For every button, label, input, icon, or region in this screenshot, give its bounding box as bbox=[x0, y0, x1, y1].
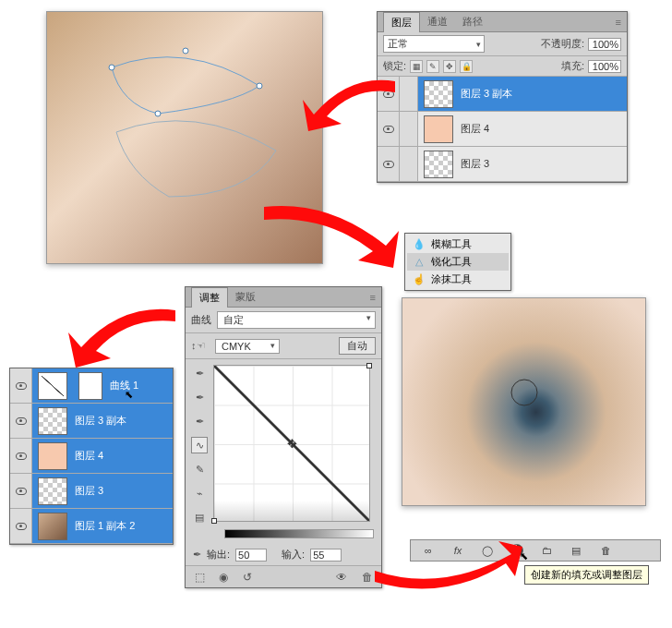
eyedropper-icon[interactable]: ✒ bbox=[193, 549, 201, 561]
blur-icon: 💧 bbox=[413, 238, 426, 250]
tab-paths[interactable]: 路径 bbox=[455, 12, 490, 31]
visibility-icon[interactable] bbox=[16, 382, 27, 390]
tool-flyout: 💧 模糊工具 △ 锐化工具 ☝ 涂抹工具 bbox=[404, 233, 511, 291]
view-prev-icon[interactable]: ◉ bbox=[215, 570, 232, 585]
visibility-icon[interactable] bbox=[383, 161, 394, 168]
lock-paint-icon[interactable]: ✎ bbox=[426, 60, 439, 73]
eyedropper-white-icon[interactable]: ✒ bbox=[191, 413, 208, 429]
layers-footer-bar: ∞ fx ◯ 🗀 ▤ 🗑 bbox=[410, 539, 661, 562]
tooltip: 创建新的填充或调整图层 bbox=[524, 565, 649, 585]
clip-to-layer-icon[interactable]: ⬚ bbox=[191, 570, 208, 585]
brush-cursor bbox=[402, 298, 647, 507]
tab-adjust[interactable]: 调整 bbox=[191, 287, 228, 308]
toggle-visibility-icon[interactable]: 👁 bbox=[333, 570, 350, 585]
visibility-icon[interactable] bbox=[16, 488, 27, 495]
fill-field[interactable]: 100% bbox=[588, 60, 621, 73]
scrubby-icon[interactable]: ↕☜ bbox=[191, 340, 210, 352]
panel-menu-icon[interactable]: ≡ bbox=[616, 17, 621, 28]
output-field[interactable]: 50 bbox=[235, 549, 267, 562]
layer-row-curves[interactable]: 曲线 1 bbox=[10, 368, 173, 404]
layer-thumb[interactable] bbox=[424, 80, 453, 108]
visibility-icon[interactable] bbox=[16, 453, 27, 460]
blend-mode-select[interactable]: 正常 bbox=[383, 35, 485, 53]
pencil-tool-icon[interactable]: ✎ bbox=[191, 461, 208, 477]
curve-endpoint-white[interactable] bbox=[366, 363, 372, 368]
trash-icon[interactable]: 🗑 bbox=[597, 543, 614, 558]
mask-icon[interactable]: ◯ bbox=[479, 543, 496, 558]
curve-endpoint-black[interactable] bbox=[211, 518, 217, 524]
mask-thumb[interactable] bbox=[78, 372, 102, 400]
layer-row[interactable]: 图层 3 bbox=[378, 147, 627, 182]
auto-button[interactable]: 自动 bbox=[339, 337, 376, 355]
output-label: 输出: bbox=[207, 548, 230, 562]
tab-mask[interactable]: 蒙版 bbox=[228, 287, 263, 307]
visibility-icon[interactable] bbox=[16, 523, 27, 530]
visibility-icon[interactable] bbox=[383, 91, 394, 98]
layer-name: 图层 1 副本 2 bbox=[73, 519, 135, 533]
input-gradient bbox=[224, 529, 374, 538]
layer-thumb[interactable] bbox=[38, 407, 67, 435]
preset-select[interactable]: 自定 bbox=[217, 311, 376, 329]
svg-point-1 bbox=[183, 48, 188, 54]
curve-point-tool-icon[interactable]: ∿ bbox=[191, 437, 208, 453]
clip-icon[interactable]: ▤ bbox=[191, 509, 208, 525]
fx-icon[interactable]: fx bbox=[450, 543, 466, 558]
visibility-icon[interactable] bbox=[16, 417, 27, 425]
folder-icon[interactable]: 🗀 bbox=[538, 543, 555, 558]
curves-toolstrip: ✒ ✒ ✒ ∿ ✎ ⌁ ▤ bbox=[191, 365, 208, 525]
sharpen-icon: △ bbox=[413, 256, 426, 268]
channel-select[interactable]: CMYK bbox=[215, 339, 280, 354]
layer-thumb[interactable] bbox=[424, 115, 453, 143]
layer-thumb[interactable] bbox=[38, 442, 67, 470]
link-layers-icon[interactable]: ∞ bbox=[420, 543, 437, 558]
tool-item-sharpen[interactable]: △ 锐化工具 bbox=[407, 253, 509, 271]
eyedropper-gray-icon[interactable]: ✒ bbox=[191, 389, 208, 405]
lock-move-icon[interactable]: ✥ bbox=[443, 60, 456, 73]
svg-point-4 bbox=[511, 380, 537, 405]
svg-point-2 bbox=[257, 83, 262, 89]
panel-menu-icon[interactable]: ≡ bbox=[370, 292, 376, 303]
lock-label: 锁定: bbox=[383, 59, 406, 73]
eyedropper-black-icon[interactable]: ✒ bbox=[191, 365, 208, 381]
tab-channels[interactable]: 通道 bbox=[420, 12, 455, 31]
curves-footer: ⬚ ◉ ↺ 👁 🗑 bbox=[186, 565, 381, 587]
lock-all-icon[interactable]: 🔒 bbox=[460, 60, 473, 73]
left-layers-panel: 曲线 1 图层 3 副本 图层 4 图层 3 ⬉ 图层 1 副本 2 bbox=[9, 368, 174, 545]
photo-eye-result bbox=[402, 297, 646, 506]
new-layer-icon[interactable]: ▤ bbox=[568, 543, 584, 558]
layer-name: 图层 3 bbox=[459, 157, 489, 171]
tool-item-smudge[interactable]: ☝ 涂抹工具 bbox=[407, 271, 509, 288]
visibility-icon[interactable] bbox=[383, 126, 394, 133]
photo-eyebrow-edit bbox=[46, 11, 323, 264]
opacity-label: 不透明度: bbox=[541, 37, 584, 51]
smooth-tool-icon[interactable]: ⌁ bbox=[191, 485, 208, 501]
tool-item-blur[interactable]: 💧 模糊工具 bbox=[407, 236, 509, 253]
layer-thumb[interactable] bbox=[38, 477, 67, 505]
layer-name: 图层 3 副本 bbox=[459, 87, 512, 101]
curves-graph[interactable]: ✥ bbox=[213, 365, 370, 522]
layer-row[interactable]: 图层 4 bbox=[10, 439, 173, 474]
layer-row[interactable]: 图层 3 副本 bbox=[10, 404, 173, 439]
vector-path-overlay bbox=[47, 12, 324, 265]
opacity-field[interactable]: 100% bbox=[588, 38, 621, 51]
svg-point-0 bbox=[109, 65, 114, 70]
layer-row[interactable]: 图层 1 副本 2 bbox=[10, 509, 173, 544]
layer-row[interactable]: 图层 4 bbox=[378, 112, 627, 147]
layer-thumb[interactable] bbox=[424, 151, 453, 178]
svg-point-3 bbox=[155, 111, 161, 116]
input-field[interactable]: 55 bbox=[310, 549, 342, 562]
layer-row[interactable]: 图层 3 副本 bbox=[378, 77, 627, 112]
reset-icon[interactable]: ↺ bbox=[239, 570, 256, 585]
layer-row[interactable]: 图层 3 ⬉ bbox=[10, 474, 173, 509]
adj-thumb-curves[interactable] bbox=[38, 372, 67, 400]
curves-panel: 调整 蒙版 ≡ 曲线 自定 ↕☜ CMYK 自动 ✒ ✒ ✒ ∿ ✎ ⌁ ▤ ✥… bbox=[185, 286, 382, 588]
layer-name: 图层 3 bbox=[73, 484, 103, 498]
layer-name: 图层 4 bbox=[459, 122, 489, 136]
layer-name: 图层 4 bbox=[73, 449, 103, 463]
layer-thumb[interactable] bbox=[38, 513, 67, 540]
tab-layers[interactable]: 图层 bbox=[383, 12, 420, 32]
trash-icon[interactable]: 🗑 bbox=[359, 570, 376, 585]
move-cursor-icon: ✥ bbox=[287, 437, 297, 451]
lock-trans-icon[interactable]: ▦ bbox=[410, 60, 423, 73]
tool-label: 涂抹工具 bbox=[431, 272, 472, 286]
